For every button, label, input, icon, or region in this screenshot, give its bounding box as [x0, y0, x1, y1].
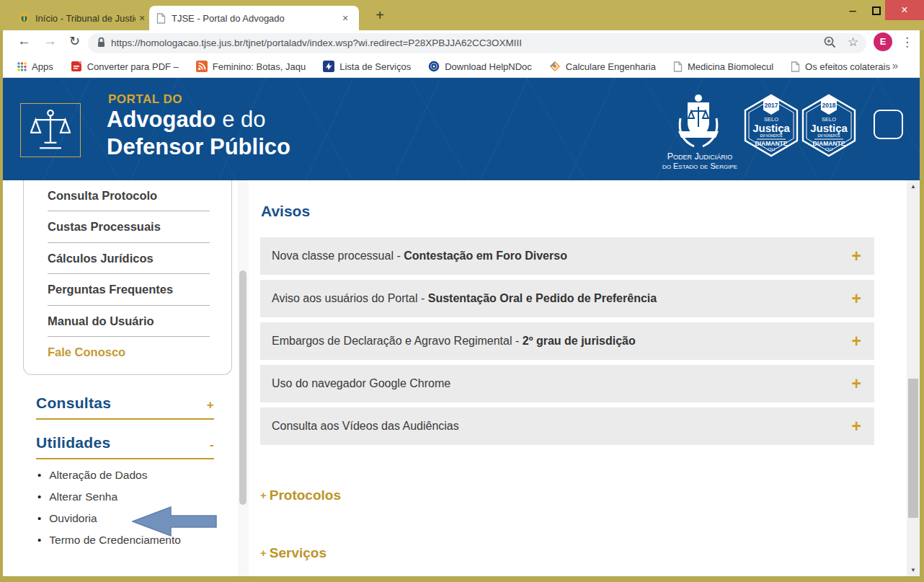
window-close-button[interactable]: ×: [885, 0, 924, 20]
page-favicon-icon: [156, 13, 166, 24]
calculare-icon: [549, 61, 561, 72]
bookmark-apps[interactable]: Apps: [17, 61, 53, 72]
scales-of-justice-icon: [20, 103, 81, 157]
notice-row-google-chrome[interactable]: Uso do navegador Google Chrome +: [260, 365, 874, 402]
tab-close-icon[interactable]: ×: [339, 12, 352, 24]
selo-justica-2017-badge: 2017 SELO Justiça EM NÚMEROS DIAMANTE CN…: [744, 94, 799, 160]
lock-icon: [97, 37, 106, 51]
header-menu-button[interactable]: [874, 110, 903, 139]
sidebar-scrollbar[interactable]: [238, 180, 249, 576]
sidebar-item-perguntas-frequentes[interactable]: Perguntas Frequentes: [24, 274, 231, 305]
expand-plus-icon[interactable]: +: [852, 280, 861, 317]
bookmark-feminino[interactable]: Feminino: Botas, Jaqu: [196, 61, 306, 72]
back-icon[interactable]: ←: [17, 33, 31, 49]
util-item-alterar-senha[interactable]: Alterar Senha: [37, 486, 181, 508]
main-scrollbar-thumb[interactable]: [908, 379, 918, 518]
scroll-down-icon[interactable]: ▼: [907, 567, 920, 573]
tab-title: Início - Tribunal de Justiça do Est: [35, 13, 136, 24]
expand-plus-icon[interactable]: +: [852, 365, 861, 402]
notice-row-videos-audiencias[interactable]: Consulta aos Vídeos das Audiências +: [260, 407, 874, 445]
section-utilidades[interactable]: Utilidades -: [36, 434, 214, 459]
portal-title-line2: Defensor Público: [107, 134, 290, 160]
url-text[interactable]: https://homologacao.tjse.jus.br/tjnet/po…: [111, 38, 522, 48]
page-icon: [673, 61, 683, 72]
annotation-arrow-ouvidoria: [132, 506, 217, 540]
profile-avatar[interactable]: E: [874, 32, 892, 51]
sidebar-item-custas-processuais[interactable]: Custas Processuais: [24, 211, 231, 242]
portal-kicker: PORTAL DO: [108, 92, 182, 107]
forward-icon[interactable]: →: [43, 33, 57, 49]
bookmark-os-efeitos[interactable]: Os efeitos colaterais: [791, 61, 890, 72]
sidebar-scrollbar-thumb[interactable]: [239, 270, 246, 505]
bookmark-star-icon[interactable]: ☆: [848, 35, 858, 50]
new-tab-button[interactable]: +: [370, 6, 389, 25]
svg-text:2018: 2018: [822, 102, 836, 109]
bookmark-lista-servicos[interactable]: Lista de Serviços: [323, 61, 411, 72]
tab-close-icon[interactable]: ×: [136, 12, 148, 24]
chrome-menu-icon[interactable]: ⋮: [901, 35, 913, 50]
zoom-icon[interactable]: [823, 35, 837, 52]
page-content: Consulta Protocolo Custas Processuais Cá…: [3, 180, 920, 576]
bookmarks-overflow-chevron[interactable]: »: [892, 59, 898, 71]
feed-icon: [196, 61, 208, 72]
avisos-heading: Avisos: [261, 203, 310, 220]
window-maximize-button[interactable]: [872, 6, 881, 15]
window-frame-bottom: [0, 576, 924, 582]
sidebar-item-consulta-protocolo[interactable]: Consulta Protocolo: [24, 180, 231, 211]
bookmark-converter-pdf[interactable]: Converter para PDF –: [71, 61, 179, 72]
svg-text:EM NÚMEROS: EM NÚMEROS: [817, 133, 840, 138]
selo-justica-2018-badge: 2018 SELO Justiça EM NÚMEROS DIAMANTE CN…: [801, 94, 856, 160]
page-icon: [791, 61, 800, 72]
expand-plus-icon[interactable]: +: [852, 237, 861, 275]
expand-plus-icon[interactable]: +: [852, 322, 861, 360]
portal-header: PORTAL DO Advogado e do Defensor Público…: [3, 78, 920, 180]
lista-servicos-icon: [323, 61, 334, 72]
section-consultas[interactable]: Consultas +: [36, 394, 214, 420]
org-name: Poder Judiciário do Estado de Sergipe: [654, 152, 745, 171]
expand-plus-icon: +: [260, 489, 267, 501]
main-scrollbar[interactable]: ▲ ▼: [907, 180, 920, 576]
sidebar-item-fale-conosco[interactable]: Fale Conosco: [24, 337, 231, 368]
window-frame-left: [0, 30, 3, 582]
sidebar-item-calculos-juridicos[interactable]: Cálculos Jurídicos: [24, 243, 231, 274]
reload-icon[interactable]: ↻: [69, 33, 80, 49]
window-minimize-button[interactable]: –: [842, 1, 863, 22]
bookmark-helpndoc[interactable]: Download HelpNDoc: [428, 61, 532, 72]
browser-toolbar: ← → ↻ https://homologacao.tjse.jus.br/tj…: [3, 30, 920, 56]
svg-text:CNJ: CNJ: [768, 147, 776, 151]
bookmark-medicina[interactable]: Medicina Biomolecul: [673, 61, 773, 72]
notice-row-embargos[interactable]: Embargos de Declaração e Agravo Regiment…: [260, 322, 874, 360]
helpndoc-icon: [428, 61, 440, 72]
expand-plus-icon: +: [260, 547, 267, 559]
section-protocolos[interactable]: +Protocolos: [260, 488, 341, 503]
pdf-icon: [71, 61, 82, 72]
svg-text:CNJ: CNJ: [825, 147, 833, 151]
tab-tribunal-inicio[interactable]: Início - Tribunal de Justiça do Est ×: [10, 6, 148, 30]
window-frame-right: [920, 30, 924, 582]
sidebar-menu-card: Consulta Protocolo Custas Processuais Cá…: [23, 180, 232, 375]
svg-text:DIAMANTE: DIAMANTE: [813, 140, 845, 147]
notice-row-aviso-usuarios[interactable]: Aviso aos usuários do Portal - Sustentaç…: [260, 280, 874, 317]
svg-text:2017: 2017: [765, 102, 778, 109]
portal-title-line1: Advogado e do: [107, 107, 266, 133]
svg-text:EM NÚMEROS: EM NÚMEROS: [760, 133, 782, 138]
notice-row-nova-classe[interactable]: Nova classe processual - Contestação em …: [260, 237, 874, 275]
svg-text:DIAMANTE: DIAMANTE: [755, 140, 788, 147]
scroll-up-icon[interactable]: ▲: [907, 183, 920, 190]
svg-text:Justiça: Justiça: [810, 122, 848, 134]
svg-text:Justiça: Justiça: [752, 122, 790, 134]
bookmark-calculare[interactable]: Calculare Engenharia: [549, 61, 656, 72]
collapse-minus-icon[interactable]: -: [210, 438, 214, 452]
tab-title: TJSE - Portal do Advogado: [172, 13, 339, 24]
tab-tjse-portal-advogado[interactable]: TJSE - Portal do Advogado ×: [149, 6, 359, 30]
apps-grid-icon: [17, 62, 27, 71]
util-item-alteracao-dados[interactable]: Alteração de Dados: [37, 464, 181, 486]
sidebar-item-manual-usuario[interactable]: Manual do Usuário: [24, 306, 231, 337]
poder-judiciario-crest-icon: [673, 91, 724, 154]
section-servicos[interactable]: +Serviços: [260, 545, 326, 561]
bookmarks-bar: Apps Converter para PDF – Feminino: Bota…: [3, 56, 920, 78]
expand-plus-icon[interactable]: +: [852, 407, 861, 445]
tjse-favicon-icon: [19, 13, 30, 24]
browser-tab-bar: Início - Tribunal de Justiça do Est × TJ…: [0, 0, 924, 30]
expand-plus-icon[interactable]: +: [207, 398, 214, 413]
